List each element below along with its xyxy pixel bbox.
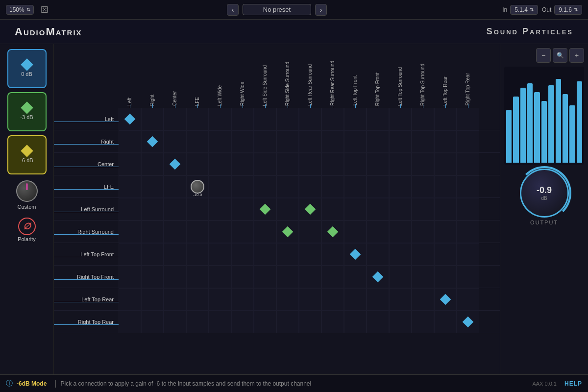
cell-6-5[interactable]	[231, 243, 254, 266]
cell-2-3[interactable]	[186, 153, 209, 175]
cell-0-13[interactable]	[412, 108, 434, 130]
cell-5-12[interactable]	[389, 220, 412, 243]
cell-5-7[interactable]	[276, 220, 299, 243]
prev-preset-button[interactable]: ‹	[227, 4, 239, 16]
cell-3-10[interactable]	[344, 175, 367, 198]
cell-1-0[interactable]	[119, 130, 141, 153]
cell-0-4[interactable]	[209, 108, 231, 130]
cell-0-14[interactable]	[434, 108, 457, 130]
cell-9-2[interactable]	[164, 311, 186, 333]
cell-4-11[interactable]	[367, 198, 389, 220]
cell-6-0[interactable]	[119, 243, 141, 266]
cell-7-13[interactable]	[412, 266, 434, 288]
gain-neg6db-button[interactable]: -6 dB	[7, 135, 47, 174]
cell-8-10[interactable]	[344, 288, 367, 311]
cell-3-5[interactable]	[231, 175, 254, 198]
cell-5-8[interactable]	[299, 220, 321, 243]
cell-1-11[interactable]	[367, 130, 389, 153]
cell-4-0[interactable]	[119, 198, 141, 220]
output-knob[interactable]: -0.9 dB	[520, 169, 569, 218]
cell-6-1[interactable]	[141, 243, 164, 266]
cell-8-15[interactable]	[457, 288, 479, 311]
cell-6-7[interactable]	[276, 243, 299, 266]
cell-5-2[interactable]	[164, 220, 186, 243]
cell-1-3[interactable]	[186, 130, 209, 153]
cell-5-9[interactable]	[321, 220, 344, 243]
cell-7-1[interactable]	[141, 266, 164, 288]
cell-3-6[interactable]	[254, 175, 276, 198]
cell-0-0[interactable]	[119, 108, 141, 130]
cell-1-1[interactable]	[141, 130, 164, 153]
cell-9-8[interactable]	[299, 311, 321, 333]
cell-9-1[interactable]	[141, 311, 164, 333]
cell-8-12[interactable]	[389, 288, 412, 311]
cell-1-15[interactable]	[457, 130, 479, 153]
cell-8-1[interactable]	[141, 288, 164, 311]
cell-1-2[interactable]	[164, 130, 186, 153]
cell-6-10[interactable]	[344, 243, 367, 266]
cell-7-8[interactable]	[299, 266, 321, 288]
cell-6-13[interactable]	[412, 243, 434, 266]
cell-3-2[interactable]	[164, 175, 186, 198]
search-button[interactable]: 🔍	[553, 48, 567, 63]
cell-2-6[interactable]	[254, 153, 276, 175]
cell-5-10[interactable]	[344, 220, 367, 243]
cell-4-13[interactable]	[412, 198, 434, 220]
cell-6-6[interactable]	[254, 243, 276, 266]
cell-4-9[interactable]	[321, 198, 344, 220]
cell-3-14[interactable]	[434, 175, 457, 198]
cell-7-0[interactable]	[119, 266, 141, 288]
cell-6-4[interactable]	[209, 243, 231, 266]
cell-0-3[interactable]	[186, 108, 209, 130]
cell-3-3[interactable]: -10.0	[186, 175, 209, 198]
cell-1-9[interactable]	[321, 130, 344, 153]
custom-knob[interactable]	[16, 180, 38, 202]
cell-2-14[interactable]	[434, 153, 457, 175]
cell-7-3[interactable]	[186, 266, 209, 288]
cell-7-15[interactable]	[457, 266, 479, 288]
cell-2-10[interactable]	[344, 153, 367, 175]
cell-5-5[interactable]	[231, 220, 254, 243]
cell-3-9[interactable]	[321, 175, 344, 198]
cell-4-15[interactable]	[457, 198, 479, 220]
cell-8-11[interactable]	[367, 288, 389, 311]
cell-6-9[interactable]	[321, 243, 344, 266]
cell-9-14[interactable]	[434, 311, 457, 333]
cell-6-11[interactable]	[367, 243, 389, 266]
cell-9-13[interactable]	[412, 311, 434, 333]
cell-6-8[interactable]	[299, 243, 321, 266]
cell-5-15[interactable]	[457, 220, 479, 243]
minus-button[interactable]: −	[536, 48, 551, 63]
cell-5-6[interactable]	[254, 220, 276, 243]
cell-0-2[interactable]	[164, 108, 186, 130]
cell-4-2[interactable]	[164, 198, 186, 220]
cell-0-15[interactable]	[457, 108, 479, 130]
cell-5-0[interactable]	[119, 220, 141, 243]
cell-3-4[interactable]	[209, 175, 231, 198]
cell-6-15[interactable]	[457, 243, 479, 266]
cell-4-12[interactable]	[389, 198, 412, 220]
cell-7-12[interactable]	[389, 266, 412, 288]
cell-5-14[interactable]	[434, 220, 457, 243]
cell-7-11[interactable]	[367, 266, 389, 288]
cell-9-0[interactable]	[119, 311, 141, 333]
cell-0-10[interactable]	[344, 108, 367, 130]
cell-3-11[interactable]	[367, 175, 389, 198]
gain-neg3db-button[interactable]: -3 dB	[7, 92, 47, 131]
cell-4-3[interactable]	[186, 198, 209, 220]
cell-8-4[interactable]	[209, 288, 231, 311]
cell-7-2[interactable]	[164, 266, 186, 288]
cell-9-7[interactable]	[276, 311, 299, 333]
preset-display[interactable]: No preset	[243, 4, 311, 15]
cell-0-11[interactable]	[367, 108, 389, 130]
cell-8-2[interactable]	[164, 288, 186, 311]
cell-1-8[interactable]	[299, 130, 321, 153]
cell-7-10[interactable]	[344, 266, 367, 288]
cell-2-7[interactable]	[276, 153, 299, 175]
cell-2-11[interactable]	[367, 153, 389, 175]
cell-2-2[interactable]	[164, 153, 186, 175]
cell-2-15[interactable]	[457, 153, 479, 175]
cell-1-4[interactable]	[209, 130, 231, 153]
cell-0-8[interactable]	[299, 108, 321, 130]
cell-9-11[interactable]	[367, 311, 389, 333]
